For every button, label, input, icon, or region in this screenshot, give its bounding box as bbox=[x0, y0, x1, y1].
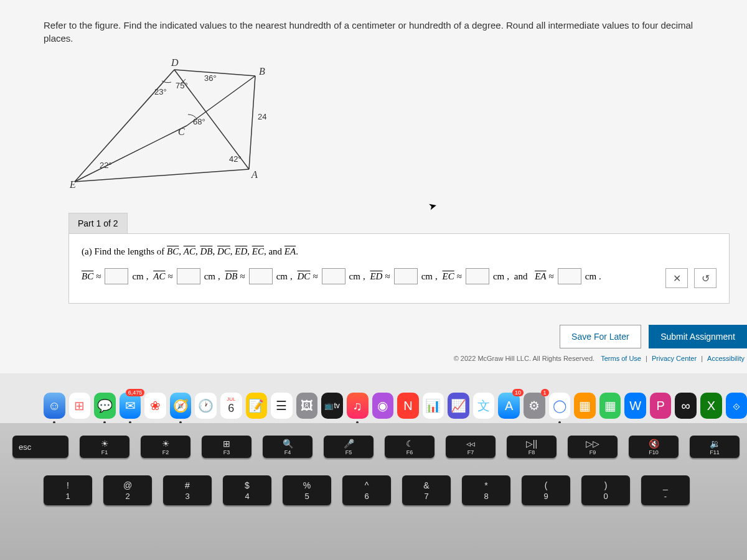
key-9: (9 bbox=[522, 475, 570, 505]
word-icon[interactable]: W bbox=[624, 393, 646, 419]
input-ea[interactable] bbox=[558, 268, 581, 284]
part-header: Part 1 of 2 bbox=[68, 213, 128, 234]
key-7: &7 bbox=[402, 475, 451, 505]
save-for-later-button[interactable]: Save For Later bbox=[560, 325, 641, 348]
key-f6: ☾F6 bbox=[385, 436, 435, 458]
macos-dock: ☺ ⊞ 💬 ✉6,475 ❀ 🧭 🕐 JUL6 📝 ☰ 🖼 📺tv ♫ ◉ N … bbox=[44, 390, 747, 422]
key-f10: 🔇F10 bbox=[629, 436, 679, 458]
music-icon[interactable]: ♫ bbox=[347, 393, 369, 419]
mail-icon[interactable]: ✉6,475 bbox=[120, 393, 141, 419]
svg-text:A: A bbox=[251, 169, 258, 180]
svg-text:C: C bbox=[178, 126, 185, 137]
key-2: @2 bbox=[103, 475, 152, 505]
app3-icon[interactable]: ∞ bbox=[675, 393, 697, 419]
key--: _- bbox=[641, 475, 690, 505]
appstore-icon[interactable]: A10 bbox=[498, 393, 520, 419]
messages-icon[interactable]: 💬 bbox=[94, 393, 116, 419]
reset-button[interactable]: ↺ bbox=[694, 268, 716, 288]
submit-assignment-button[interactable]: Submit Assignment bbox=[649, 325, 747, 348]
svg-text:42°: 42° bbox=[229, 154, 242, 164]
svg-text:E: E bbox=[69, 179, 76, 190]
input-ec[interactable] bbox=[466, 268, 489, 284]
settings-icon[interactable]: ⚙1 bbox=[524, 393, 545, 419]
input-ac[interactable] bbox=[177, 268, 200, 284]
finder-icon[interactable]: ☺ bbox=[44, 393, 65, 419]
svg-text:24 cm: 24 cm bbox=[258, 112, 268, 121]
key-3: #3 bbox=[163, 475, 212, 505]
excel-icon[interactable]: X bbox=[700, 393, 722, 419]
key-f8: ▷||F8 bbox=[507, 436, 557, 458]
bottom-bar: Save For Later Submit Assignment bbox=[0, 325, 747, 348]
svg-text:68°: 68° bbox=[193, 117, 205, 126]
question-text: Refer to the figure. Find the indicated … bbox=[44, 19, 703, 45]
key-5: %5 bbox=[283, 475, 331, 505]
input-db[interactable] bbox=[249, 268, 273, 284]
svg-line-2 bbox=[249, 76, 255, 169]
svg-line-4 bbox=[75, 126, 187, 182]
accessibility-link[interactable]: Accessibility bbox=[707, 355, 745, 362]
key-4: $4 bbox=[223, 475, 271, 505]
ppt-icon[interactable]: P bbox=[650, 393, 672, 419]
geometry-figure: E D B A C 23° 75° 36° 68° 22° 42° 24 cm bbox=[68, 57, 268, 194]
clear-button[interactable]: ✕ bbox=[665, 268, 688, 288]
terms-link[interactable]: Terms of Use bbox=[601, 355, 641, 362]
photos-icon[interactable]: ❀ bbox=[144, 393, 166, 419]
svg-text:23°: 23° bbox=[154, 87, 167, 96]
key-f4: 🔍F4 bbox=[263, 436, 312, 458]
key-f11: 🔉F11 bbox=[690, 436, 740, 458]
input-bc[interactable] bbox=[105, 268, 128, 284]
vscode-icon[interactable]: ⟐ bbox=[726, 393, 747, 419]
svg-text:B: B bbox=[259, 66, 265, 77]
esc-key: esc bbox=[12, 436, 68, 458]
reset-icon: ↺ bbox=[702, 273, 710, 284]
key-6: ^6 bbox=[342, 475, 391, 505]
key-f2: ☀F2 bbox=[141, 436, 190, 458]
chrome-icon[interactable]: ◯ bbox=[549, 393, 571, 419]
input-ed[interactable] bbox=[394, 268, 418, 284]
stocks-icon[interactable]: 📈 bbox=[448, 393, 469, 419]
privacy-link[interactable]: Privacy Center bbox=[652, 355, 697, 362]
svg-text:22°: 22° bbox=[100, 161, 112, 170]
app1-icon[interactable]: ▦ bbox=[574, 393, 596, 419]
calendar-icon[interactable]: JUL6 bbox=[220, 393, 242, 419]
input-dc[interactable] bbox=[322, 268, 345, 284]
appletv-icon[interactable]: 📺tv bbox=[321, 393, 343, 419]
numbers-icon[interactable]: 📊 bbox=[423, 393, 444, 419]
content-area: Refer to the figure. Find the indicated … bbox=[0, 0, 747, 373]
key-f5: 🎤F5 bbox=[324, 436, 374, 458]
part-prompt: (a) Find the lengths of BC, AC, DB, DC, … bbox=[82, 246, 716, 257]
part-body: (a) Find the lengths of BC, AC, DB, DC, … bbox=[68, 233, 730, 304]
key-1: !1 bbox=[44, 475, 92, 505]
key-f9: ▷▷F9 bbox=[568, 436, 618, 458]
launchpad-icon[interactable]: ⊞ bbox=[69, 393, 91, 419]
preview-icon[interactable]: 🖼 bbox=[296, 393, 318, 419]
notes-icon[interactable]: 📝 bbox=[246, 393, 268, 419]
key-f7: ◃◃F7 bbox=[446, 436, 496, 458]
safari-icon[interactable]: 🧭 bbox=[170, 393, 192, 419]
key-f3: ⊞F3 bbox=[202, 436, 251, 458]
keyboard: esc ☀F1☀F2⊞F3🔍F4🎤F5☾F6◃◃F7▷||F8▷▷F9🔇F10🔉… bbox=[0, 423, 747, 560]
svg-line-0 bbox=[75, 70, 174, 182]
answer-row: BC≈ cm, AC≈ cm, DB≈ cm, DC≈ cm, ED≈ cm, … bbox=[82, 268, 716, 284]
key-0: )0 bbox=[581, 475, 630, 505]
svg-text:D: D bbox=[171, 57, 179, 68]
svg-line-3 bbox=[75, 169, 249, 182]
translate-icon[interactable]: 文 bbox=[473, 393, 495, 419]
svg-text:75°: 75° bbox=[176, 81, 188, 90]
key-f1: ☀F1 bbox=[80, 436, 129, 458]
key-8: *8 bbox=[462, 475, 510, 505]
podcasts-icon[interactable]: ◉ bbox=[372, 393, 394, 419]
app2-icon[interactable]: ▦ bbox=[599, 393, 621, 419]
news-icon[interactable]: N bbox=[397, 393, 419, 419]
footer-text: © 2022 McGraw Hill LLC. All Rights Reser… bbox=[454, 355, 747, 362]
svg-text:36°: 36° bbox=[204, 73, 217, 83]
x-icon: ✕ bbox=[673, 273, 681, 284]
clock-icon[interactable]: 🕐 bbox=[195, 393, 217, 419]
reminders-icon[interactable]: ☰ bbox=[271, 393, 293, 419]
